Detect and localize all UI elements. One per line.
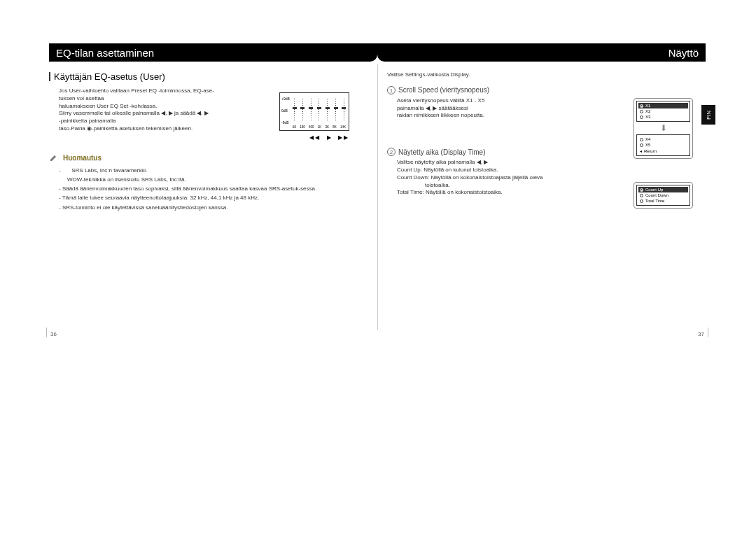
- header-left-text: EQ-tilan asettaminen: [56, 47, 154, 59]
- bullet-2b: -painikkeita painamalla: [59, 118, 224, 125]
- page-num-line: [708, 328, 708, 337]
- eq-slider[interactable]: [302, 99, 303, 122]
- section-marker: [49, 72, 50, 81]
- bullet-2: Siirry vasemmalle tai oikealle painamall…: [59, 110, 224, 118]
- page-left-header: EQ-tilan asettaminen: [49, 43, 377, 62]
- note-4: - SRS-toiminto ei ole käytettävissä sane…: [63, 204, 377, 211]
- ss-1: Aseta vieritysnopeus väliltä X1 - X5: [397, 97, 548, 105]
- user-eq-body: Jos User-vaihtoehto valitaan Preset EQ -…: [49, 87, 224, 133]
- note-1: WOW-tekniikka on lisensioitu SRS Labs, I…: [63, 176, 377, 183]
- note-heading: Huomautus: [49, 154, 377, 162]
- bullet-2c: taso.Paina ◉-painiketta asetuksen tekemi…: [59, 125, 224, 133]
- freq-6: 14K: [340, 125, 346, 129]
- section-user-eq-label: Käyttäjän EQ-asetus (User): [54, 71, 165, 82]
- speed-x5[interactable]: X5: [638, 142, 688, 148]
- eq-sliders: [294, 99, 344, 122]
- eq-slider[interactable]: [318, 99, 319, 122]
- transport-icons: ◀◀ ▶ ▶▶: [309, 134, 349, 141]
- page-right-header: Näyttö: [377, 43, 706, 62]
- dt-4: Total Time: Näytöllä on kokonaistoistoai…: [397, 189, 562, 197]
- eq-db-labels: +9dB 0dB -9dB: [281, 96, 290, 125]
- eq-slider[interactable]: [294, 99, 295, 122]
- note-0: - SRS Labs, Inc:n tavaramerkki.: [63, 167, 377, 174]
- side-language-tab: FIN: [701, 105, 715, 125]
- pencil-icon: [49, 154, 59, 162]
- freq-3: 1K: [318, 125, 322, 129]
- freq-1: 150: [300, 125, 305, 129]
- next-icon: ▶▶: [338, 134, 349, 141]
- eq-db-0: +9dB: [281, 96, 290, 101]
- time-total[interactable]: Total Time: [638, 198, 688, 204]
- intro-text: Valitse Settings-valikosta Display.: [387, 71, 706, 79]
- dt-1: Valitse näytetty aika painamalla ◀, ▶: [397, 159, 562, 167]
- time-countup[interactable]: Count Up: [638, 187, 688, 192]
- page-number-right: 37: [698, 331, 704, 337]
- eq-db-1: 0dB: [281, 108, 290, 113]
- section-user-eq: Käyttäjän EQ-asetus (User): [49, 71, 377, 82]
- arrow-down-icon: ⬇: [636, 123, 690, 133]
- note-3: - Tämä laite tukee seuraavia näytteenott…: [63, 194, 377, 202]
- prev-icon: ◀◀: [309, 134, 321, 141]
- freq-5: 8K: [332, 125, 337, 129]
- speed-x3[interactable]: X3: [638, 114, 688, 120]
- freq-0: 60: [293, 125, 296, 129]
- display-time-label: Näytetty aika (Display Time): [398, 148, 485, 156]
- page-num-line: [46, 328, 47, 337]
- header-right-text: Näyttö: [668, 47, 699, 59]
- scroll-speed-title: 1 Scroll Speed (vieritysnopeus): [387, 86, 706, 94]
- eq-slider[interactable]: [344, 99, 344, 122]
- note-list: - SRS Labs, Inc:n tavaramerkki. WOW-tekn…: [49, 167, 377, 211]
- scroll-speed-body: Aseta vieritysnopeus väliltä X1 - X5 pai…: [387, 97, 548, 120]
- page-number-left: 36: [50, 331, 57, 337]
- eq-slider[interactable]: [327, 99, 328, 122]
- page-left: EQ-tilan asettaminen Käyttäjän EQ-asetus…: [49, 43, 377, 463]
- bullet-1: Jos User-vaihtoehto valitaan Preset EQ -…: [59, 87, 224, 103]
- speed-x4[interactable]: X4: [638, 136, 688, 142]
- play-icon: ▶: [327, 134, 332, 141]
- speed-x1[interactable]: X1: [638, 103, 688, 108]
- note-heading-text: Huomautus: [63, 154, 102, 162]
- device-screen-speed: X1 X2 X3 ⬇ X4 X5 ◂Return: [634, 98, 693, 159]
- scroll-speed-label: Scroll Speed (vieritysnopeus): [398, 86, 489, 94]
- eq-db-2: -9dB: [281, 120, 290, 125]
- circ-2: 2: [387, 148, 396, 156]
- dt-3: Count Down: Näytöllä on kokonaistoistoaj…: [397, 174, 562, 182]
- eq-graph-box: +9dB 0dB -9dB 60 150 400 1K 3K 8K 14K: [279, 92, 349, 131]
- side-tab-text: FIN: [705, 111, 711, 120]
- freq-4: 3K: [325, 125, 329, 129]
- freq-2: 400: [309, 125, 314, 129]
- dt-3b: toistoaika.: [397, 182, 562, 190]
- device-screen-time: Count Up Count Down Total Time: [634, 182, 693, 209]
- ss-3: raidan nimikkeen liikkeen nopeutta.: [397, 112, 548, 120]
- eq-slider[interactable]: [335, 99, 336, 122]
- speed-return[interactable]: ◂Return: [638, 148, 688, 154]
- ss-2: painamalla ◀, ▶ säätääksesi: [397, 105, 548, 113]
- dt-2: Count Up: Näytöllä on kulunut toistoaika…: [397, 167, 562, 174]
- note-2: - Säädä äänenvoimakkuuden taso sopivaksi…: [63, 185, 377, 192]
- display-time-body: Valitse näytetty aika painamalla ◀, ▶ Co…: [387, 159, 562, 197]
- page-right: Näyttö FIN Valitse Settings-valikosta Di…: [377, 43, 706, 463]
- circ-1: 1: [387, 86, 396, 94]
- bullet-1b: haluamakseen User EQ Set -kohdassa.: [59, 103, 224, 111]
- speed-x2[interactable]: X2: [638, 108, 688, 114]
- time-countdown[interactable]: Count Down: [638, 192, 688, 198]
- eq-freq-labels: 60 150 400 1K 3K 8K 14K: [293, 125, 346, 129]
- eq-slider[interactable]: [311, 99, 312, 122]
